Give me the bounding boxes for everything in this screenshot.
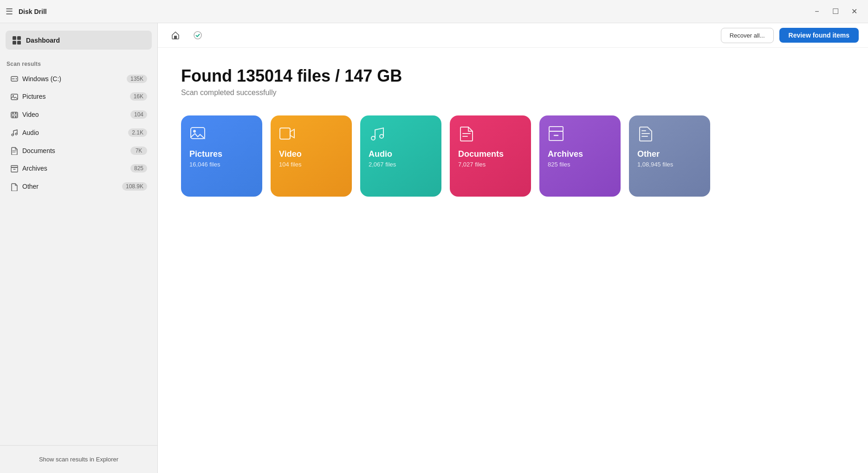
svg-rect-27 bbox=[280, 128, 290, 139]
category-card-name-other: Other bbox=[637, 149, 702, 159]
svg-point-29 bbox=[380, 134, 383, 138]
sidebar-item-badge-audio: 2.1K bbox=[128, 128, 147, 137]
category-cards: Pictures 16,046 files Video 104 files Au… bbox=[181, 115, 845, 197]
category-card-name-pictures: Pictures bbox=[189, 149, 254, 159]
title-bar: ☰ Disk Drill − ☐ ✕ bbox=[0, 0, 868, 23]
sidebar-bottom: Show scan results in Explorer bbox=[0, 445, 157, 473]
svg-point-24 bbox=[194, 32, 201, 39]
review-found-button[interactable]: Review found items bbox=[779, 28, 859, 43]
category-card-count-video: 104 files bbox=[279, 161, 343, 168]
maximize-button[interactable]: ☐ bbox=[827, 3, 844, 20]
category-card-documents[interactable]: Documents 7,027 files bbox=[450, 115, 531, 197]
svg-rect-3 bbox=[17, 41, 21, 45]
home-button[interactable] bbox=[167, 27, 184, 44]
music-icon bbox=[10, 128, 22, 137]
sidebar-item-label-archives: Archives bbox=[22, 165, 130, 172]
svg-rect-1 bbox=[17, 36, 21, 40]
doc-icon bbox=[10, 146, 22, 155]
svg-point-26 bbox=[193, 130, 196, 133]
svg-point-28 bbox=[371, 136, 375, 140]
svg-rect-0 bbox=[13, 36, 16, 40]
category-card-other[interactable]: Other 1,08,945 files bbox=[629, 115, 710, 197]
category-card-video[interactable]: Video 104 files bbox=[271, 115, 352, 197]
audio-card-icon bbox=[369, 125, 433, 142]
sidebar-item-label-audio: Audio bbox=[22, 129, 128, 136]
svg-point-5 bbox=[16, 78, 17, 79]
category-card-archives[interactable]: Archives 825 files bbox=[539, 115, 621, 197]
svg-point-8 bbox=[13, 95, 14, 96]
sidebar-item-label-documents: Documents bbox=[22, 147, 130, 154]
show-explorer-button[interactable]: Show scan results in Explorer bbox=[6, 451, 152, 467]
sidebar-item-label-other: Other bbox=[22, 183, 122, 190]
category-card-count-archives: 825 files bbox=[548, 161, 612, 168]
category-card-name-documents: Documents bbox=[458, 149, 523, 159]
category-card-count-documents: 7,027 files bbox=[458, 161, 523, 168]
svg-rect-11 bbox=[15, 112, 16, 114]
scan-title: Found 135014 files / 147 GB bbox=[181, 66, 845, 86]
sidebar-item-badge-documents: 7K bbox=[130, 147, 147, 155]
scan-subtitle: Scan completed successfully bbox=[181, 89, 845, 97]
sidebar-item-dashboard[interactable]: Dashboard bbox=[6, 31, 152, 50]
sidebar-item-badge-windows: 135K bbox=[127, 75, 147, 83]
category-card-audio[interactable]: Audio 2,067 files bbox=[360, 115, 441, 197]
window-controls: − ☐ ✕ bbox=[809, 3, 862, 20]
file-icon bbox=[10, 182, 22, 191]
svg-rect-9 bbox=[11, 112, 18, 118]
close-button[interactable]: ✕ bbox=[846, 3, 862, 20]
sidebar-item-archives[interactable]: Archives 825 bbox=[4, 160, 154, 177]
film-icon bbox=[10, 110, 22, 119]
category-card-count-audio: 2,067 files bbox=[369, 161, 433, 168]
category-card-pictures[interactable]: Pictures 16,046 files bbox=[181, 115, 262, 197]
svg-rect-10 bbox=[13, 112, 13, 114]
app-body: Dashboard Scan results Windows (C:) 135K… bbox=[0, 23, 868, 473]
pictures-card-icon bbox=[189, 125, 254, 142]
category-card-name-archives: Archives bbox=[548, 149, 612, 159]
archives-card-icon bbox=[548, 125, 612, 142]
category-card-count-other: 1,08,945 files bbox=[637, 161, 702, 168]
main-content: Recover all... Review found items Found … bbox=[158, 23, 868, 473]
category-card-name-audio: Audio bbox=[369, 149, 433, 159]
sidebar-item-other[interactable]: Other 108.9K bbox=[4, 178, 154, 195]
sidebar-item-windows[interactable]: Windows (C:) 135K bbox=[4, 70, 154, 87]
sidebar-item-pictures[interactable]: Pictures 16K bbox=[4, 88, 154, 105]
svg-rect-7 bbox=[11, 94, 18, 100]
svg-rect-32 bbox=[549, 127, 563, 131]
dashboard-label: Dashboard bbox=[26, 37, 60, 44]
scan-results-label: Scan results bbox=[0, 55, 157, 70]
sidebar-item-badge-archives: 825 bbox=[130, 164, 147, 173]
recover-all-button[interactable]: Recover all... bbox=[721, 28, 774, 43]
app-title: Disk Drill bbox=[19, 8, 809, 15]
svg-point-16 bbox=[12, 134, 13, 136]
sidebar-item-label-windows: Windows (C:) bbox=[22, 75, 127, 83]
svg-rect-23 bbox=[174, 36, 177, 39]
sidebar-item-audio[interactable]: Audio 2.1K bbox=[4, 124, 154, 141]
sidebar-item-badge-video: 104 bbox=[130, 110, 147, 119]
sidebar-items-list: Windows (C:) 135K Pictures 16K Video 104… bbox=[0, 70, 157, 195]
sidebar: Dashboard Scan results Windows (C:) 135K… bbox=[0, 23, 158, 473]
toolbar: Recover all... Review found items bbox=[158, 23, 868, 48]
svg-rect-12 bbox=[13, 116, 13, 118]
category-card-count-pictures: 16,046 files bbox=[189, 161, 254, 168]
sidebar-item-badge-pictures: 16K bbox=[130, 92, 147, 101]
svg-rect-2 bbox=[13, 41, 16, 45]
sidebar-item-video[interactable]: Video 104 bbox=[4, 106, 154, 123]
menu-icon[interactable]: ☰ bbox=[6, 6, 13, 17]
video-card-icon bbox=[279, 125, 343, 142]
sidebar-item-badge-other: 108.9K bbox=[122, 182, 147, 191]
svg-rect-13 bbox=[15, 116, 16, 118]
sidebar-item-label-video: Video bbox=[22, 111, 130, 118]
other-card-icon bbox=[637, 125, 702, 142]
sidebar-top: Dashboard bbox=[0, 23, 157, 55]
category-card-name-video: Video bbox=[279, 149, 343, 159]
sidebar-item-documents[interactable]: Documents 7K bbox=[4, 142, 154, 159]
drive-icon bbox=[10, 74, 22, 83]
svg-rect-21 bbox=[11, 167, 18, 172]
image-icon bbox=[10, 92, 22, 101]
dashboard-grid-icon bbox=[12, 35, 21, 45]
minimize-button[interactable]: − bbox=[809, 3, 825, 20]
svg-point-17 bbox=[15, 133, 17, 135]
documents-card-icon bbox=[458, 125, 523, 142]
check-button[interactable] bbox=[189, 27, 206, 44]
sidebar-item-label-pictures: Pictures bbox=[22, 93, 130, 100]
scan-content: Found 135014 files / 147 GB Scan complet… bbox=[158, 48, 868, 473]
